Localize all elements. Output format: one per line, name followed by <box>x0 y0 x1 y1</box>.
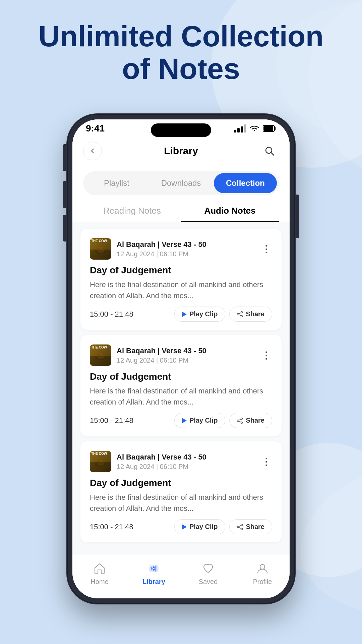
play-clip-button[interactable]: Play Clip <box>174 307 225 322</box>
bottom-navigation: Home Library <box>72 555 290 598</box>
share-icon <box>237 311 243 317</box>
back-button[interactable] <box>83 142 102 160</box>
card-footer: 15:00 - 21:48 Play Clip <box>90 413 272 428</box>
card-header: THE COW Al Baqarah | Verse 43 - 50 <box>90 451 272 472</box>
play-icon <box>182 524 187 530</box>
phone-mockup: 9:41 <box>67 114 295 604</box>
share-button[interactable]: Share <box>229 413 272 428</box>
sub-tab-reading-notes[interactable]: Reading Notes <box>83 201 181 222</box>
svg-point-12 <box>102 248 104 250</box>
card-info: THE COW Al Baqarah | Verse 43 - 50 <box>90 344 206 366</box>
card-description: Here is the final destination of all man… <box>90 385 272 408</box>
home-icon-container <box>92 561 107 576</box>
card-title: Day of Judgement <box>90 265 272 276</box>
svg-point-20 <box>98 354 100 356</box>
search-button[interactable] <box>260 142 279 160</box>
card-actions: Play Clip Share <box>174 413 272 428</box>
thumbnail-label: THE COW <box>91 452 107 455</box>
profile-icon <box>256 562 268 575</box>
note-card: THE COW Al Baqarah | Verse 43 - 50 <box>80 229 282 330</box>
svg-line-26 <box>239 421 241 422</box>
svg-point-19 <box>97 353 105 359</box>
sub-tab-audio-notes[interactable]: Audio Notes <box>181 201 279 222</box>
tab-downloads[interactable]: Downloads <box>149 173 213 193</box>
time-range: 15:00 - 21:48 <box>90 523 133 531</box>
library-icon-container <box>146 561 161 576</box>
svg-point-10 <box>97 247 105 253</box>
svg-point-38 <box>153 568 155 569</box>
svg-point-28 <box>97 460 105 466</box>
card-surah: Al Baqarah | Verse 43 - 50 <box>117 453 206 462</box>
card-actions: Play Clip Share <box>174 519 272 534</box>
dynamic-island <box>151 123 211 137</box>
wifi-icon <box>249 124 259 132</box>
svg-point-31 <box>241 524 243 526</box>
nav-item-home[interactable]: Home <box>72 561 127 592</box>
svg-point-32 <box>237 526 239 528</box>
header-title: Library <box>164 145 198 157</box>
card-thumbnail: THE COW <box>90 238 111 260</box>
phone-screen: 9:41 <box>72 119 290 598</box>
card-info: THE COW Al Baqarah | Verse 43 - 50 <box>90 238 206 260</box>
home-icon <box>94 562 106 575</box>
svg-point-22 <box>241 418 243 419</box>
play-icon <box>182 312 187 317</box>
tab-playlist[interactable]: Playlist <box>85 173 148 193</box>
svg-point-11 <box>98 248 100 250</box>
library-icon <box>148 562 160 575</box>
card-description: Here is the final destination of all man… <box>90 492 272 514</box>
status-icons <box>234 124 276 132</box>
share-button[interactable]: Share <box>229 307 272 322</box>
play-clip-button[interactable]: Play Clip <box>174 413 225 428</box>
svg-point-21 <box>102 354 104 356</box>
card-thumbnail: THE COW <box>90 344 111 366</box>
svg-line-34 <box>239 525 241 527</box>
status-bar: 9:41 <box>72 119 290 138</box>
play-clip-button[interactable]: Play Clip <box>174 519 225 534</box>
sub-tabs: Reading Notes Audio Notes <box>72 195 290 222</box>
card-footer: 15:00 - 21:48 Play Clip <box>90 307 272 322</box>
nav-item-library[interactable]: Library <box>127 561 181 592</box>
card-title: Day of Judgement <box>90 478 272 488</box>
play-icon <box>182 418 187 423</box>
svg-point-30 <box>102 460 104 462</box>
card-description: Here is the final destination of all man… <box>90 279 272 301</box>
note-card: THE COW Al Baqarah | Verse 43 - 50 <box>80 335 282 436</box>
profile-icon-container <box>255 561 270 576</box>
phone-outer: 9:41 <box>67 114 295 604</box>
nav-label-library: Library <box>142 578 165 586</box>
card-title: Day of Judgement <box>90 371 272 382</box>
svg-rect-0 <box>234 130 236 132</box>
card-date: 12 Aug 2024 | 06:10 PM <box>117 357 206 364</box>
svg-point-33 <box>241 528 243 530</box>
card-actions: Play Clip Share <box>174 307 272 322</box>
nav-item-profile[interactable]: Profile <box>235 561 290 592</box>
nav-label-home: Home <box>90 578 108 586</box>
more-options-button[interactable]: ⋮ <box>260 243 272 255</box>
nav-label-profile: Profile <box>253 578 272 586</box>
back-arrow-icon <box>89 148 96 154</box>
card-meta: Al Baqarah | Verse 43 - 50 12 Aug 2024 |… <box>117 453 206 471</box>
nav-item-saved[interactable]: Saved <box>181 561 235 592</box>
svg-point-13 <box>241 311 243 313</box>
tab-collection[interactable]: Collection <box>214 173 277 193</box>
cow-illustration <box>94 457 107 467</box>
more-options-button[interactable]: ⋮ <box>260 349 272 361</box>
svg-rect-2 <box>241 126 243 132</box>
card-thumbnail: THE COW <box>90 451 111 472</box>
thumbnail-label: THE COW <box>91 346 107 349</box>
time-range: 15:00 - 21:48 <box>90 416 133 425</box>
share-icon <box>237 418 243 424</box>
svg-rect-5 <box>263 126 273 131</box>
svg-rect-6 <box>275 127 276 130</box>
share-button[interactable]: Share <box>229 519 272 534</box>
card-date: 12 Aug 2024 | 06:10 PM <box>117 250 206 258</box>
more-options-button[interactable]: ⋮ <box>260 455 272 468</box>
battery-icon <box>263 125 276 132</box>
cow-illustration <box>94 350 107 360</box>
svg-line-35 <box>239 527 241 529</box>
nav-label-saved: Saved <box>199 578 218 586</box>
svg-rect-1 <box>237 128 240 132</box>
svg-point-39 <box>260 565 265 569</box>
thumbnail-label: THE COW <box>91 239 107 243</box>
